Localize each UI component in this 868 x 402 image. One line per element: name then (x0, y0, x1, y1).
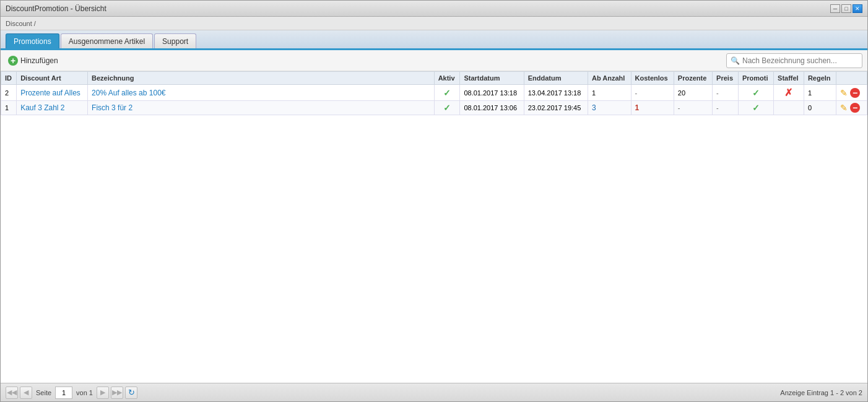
cell-preis: - (713, 101, 739, 115)
cell-aktiv: ✓ (434, 85, 460, 101)
first-page-button[interactable]: ◀◀ (6, 387, 18, 399)
tabs-bar: Promotions Ausgenommene Artikel Support (1, 30, 867, 50)
cell-promoti: ✓ (738, 101, 773, 115)
table-header: ID Discount Art Bezeichnung Aktiv Startd… (1, 72, 867, 85)
minimize-button[interactable]: ─ (830, 4, 840, 13)
col-header-enddatum: Enddatum (524, 72, 588, 85)
breadcrumb: Discount / (1, 17, 867, 30)
discount-art-link[interactable]: Prozente auf Alles (20, 89, 80, 97)
footer: ◀◀ ◀ Seite von 1 ▶ ▶▶ ↻ Anzeige Eintrag … (1, 383, 867, 401)
cell-enddatum: 23.02.2017 19:45 (524, 101, 588, 115)
delete-button[interactable]: − (850, 103, 860, 113)
col-header-discount-art: Discount Art (17, 72, 88, 85)
add-label: Hinzufügen (20, 56, 58, 65)
ab-anzahl-value: 3 (592, 103, 596, 112)
edit-button[interactable]: ✎ (840, 88, 848, 98)
col-header-bezeichnung: Bezeichnung (88, 72, 435, 85)
add-button[interactable]: + Hinzufügen (6, 55, 61, 67)
cell-enddatum: 13.04.2017 13:18 (524, 85, 588, 101)
tab-ausgenommene[interactable]: Ausgenommene Artikel (61, 33, 153, 48)
tab-support[interactable]: Support (154, 33, 196, 48)
cell-regeln: 1 (804, 85, 836, 101)
title-bar: DiscountPromotion - Übersicht ─ □ ✕ (1, 1, 867, 17)
breadcrumb-text: Discount / (6, 20, 36, 27)
von-label: von 1 (76, 389, 93, 396)
promotions-table: ID Discount Art Bezeichnung Aktiv Startd… (1, 71, 867, 115)
page-label: Seite (36, 389, 51, 396)
cell-id: 2 (1, 85, 17, 101)
cell-actions: ✎ − (836, 101, 867, 115)
edit-button[interactable]: ✎ (840, 103, 848, 113)
col-header-id: ID (1, 72, 17, 85)
cell-kostenlos: - (631, 85, 674, 101)
cell-bezeichnung: Fisch 3 für 2 (88, 101, 435, 115)
refresh-button[interactable]: ↻ (125, 387, 137, 399)
last-page-button[interactable]: ▶▶ (111, 387, 123, 399)
col-header-startdatum: Startdatum (460, 72, 524, 85)
toolbar: + Hinzufügen 🔍 (1, 50, 867, 71)
cell-ab-anzahl: 3 (588, 101, 631, 115)
footer-info: Anzeige Eintrag 1 - 2 von 2 (780, 389, 862, 396)
bezeichnung-link[interactable]: Fisch 3 für 2 (92, 103, 132, 112)
window-controls: ─ □ ✕ (830, 4, 862, 13)
cell-prozente: 20 (674, 85, 712, 101)
aktiv-check-icon: ✓ (443, 88, 451, 98)
staffel-cross-icon: ✗ (784, 87, 792, 98)
col-header-kostenlos: Kostenlos (631, 72, 674, 85)
cell-discount-art: Prozente auf Alles (17, 85, 88, 101)
cell-promoti: ✓ (738, 85, 773, 101)
promoti-check-icon: ✓ (752, 103, 760, 113)
cell-regeln: 0 (804, 101, 836, 115)
cell-staffel (774, 101, 804, 115)
prev-page-button[interactable]: ◀ (20, 387, 32, 399)
cell-actions: ✎ − (836, 85, 867, 101)
maximize-button[interactable]: □ (841, 4, 851, 13)
search-input[interactable] (742, 56, 858, 65)
add-icon: + (8, 56, 18, 66)
cell-bezeichnung: 20% Auf alles ab 100€ (88, 85, 435, 101)
tab-promotions[interactable]: Promotions (6, 33, 59, 48)
col-header-prozente: Prozente (674, 72, 712, 85)
cell-preis: - (713, 85, 739, 101)
col-header-aktiv: Aktiv (434, 72, 460, 85)
cell-discount-art: Kauf 3 Zahl 2 (17, 101, 88, 115)
col-header-promoti: Promoti (738, 72, 773, 85)
next-page-button[interactable]: ▶ (97, 387, 109, 399)
table-row: 1 Kauf 3 Zahl 2 Fisch 3 für 2 ✓ 08.01.20… (1, 101, 867, 115)
cell-startdatum: 08.01.2017 13:18 (460, 85, 524, 101)
cell-prozente: - (674, 101, 712, 115)
pagination: ◀◀ ◀ Seite von 1 ▶ ▶▶ ↻ (6, 387, 137, 399)
promoti-check-icon: ✓ (752, 88, 760, 98)
col-header-preis: Preis (713, 72, 739, 85)
delete-button[interactable]: − (850, 88, 860, 98)
cell-kostenlos: 1 (631, 101, 674, 115)
cell-ab-anzahl: 1 (588, 85, 631, 101)
window-title: DiscountPromotion - Übersicht (6, 4, 106, 13)
discount-art-link[interactable]: Kauf 3 Zahl 2 (20, 103, 64, 112)
kostenlos-value: 1 (635, 103, 640, 112)
cell-staffel: ✗ (774, 85, 804, 101)
table-row: 2 Prozente auf Alles 20% Auf alles ab 10… (1, 85, 867, 101)
search-box: 🔍 (726, 53, 862, 68)
page-input[interactable] (55, 387, 72, 399)
search-icon: 🔍 (731, 56, 740, 65)
cell-startdatum: 08.01.2017 13:06 (460, 101, 524, 115)
col-header-regeln: Regeln (804, 72, 836, 85)
aktiv-check-icon: ✓ (443, 103, 451, 113)
close-button[interactable]: ✕ (853, 4, 862, 13)
col-header-actions (836, 72, 867, 85)
cell-id: 1 (1, 101, 17, 115)
bezeichnung-link[interactable]: 20% Auf alles ab 100€ (92, 89, 165, 97)
col-header-staffel: Staffel (774, 72, 804, 85)
table-container: ID Discount Art Bezeichnung Aktiv Startd… (1, 71, 867, 383)
cell-aktiv: ✓ (434, 101, 460, 115)
col-header-ab-anzahl: Ab Anzahl (588, 72, 631, 85)
